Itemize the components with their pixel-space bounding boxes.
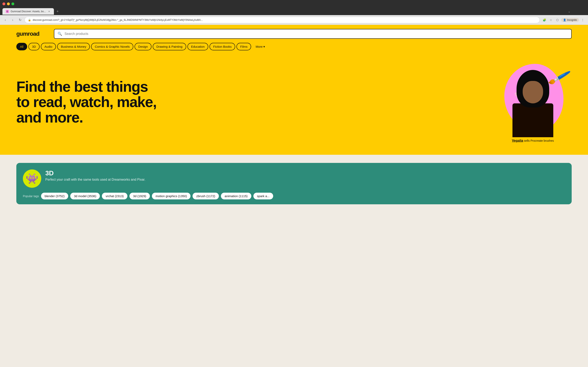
incognito-profile[interactable]: 👤 Incognito xyxy=(561,18,579,22)
tab-menu-button[interactable]: ⌄ xyxy=(567,9,572,14)
mascot-emoji: 👾 xyxy=(26,173,38,184)
search-icon: 🔍 xyxy=(58,32,62,36)
bookmark-button[interactable]: ☆ xyxy=(548,17,554,23)
hero-headline: Find the best things to read, watch, mak… xyxy=(16,79,156,125)
tag-blender[interactable]: blender (3752) xyxy=(41,193,68,200)
search-bar[interactable]: 🔍 xyxy=(54,29,572,39)
hero-section: Find the best things to read, watch, mak… xyxy=(0,54,588,155)
address-bar[interactable]: 🔒 discover.gumroad.com/?_gl=1*c5q47j*_ga… xyxy=(25,17,540,23)
hero-text: Find the best things to read, watch, mak… xyxy=(16,79,156,125)
section-header: 👾 3D Perfect your craft with the same to… xyxy=(23,169,565,188)
tag-zbrush[interactable]: zbrush (1172) xyxy=(192,193,219,200)
category-comics[interactable]: Comics & Graphic Novels xyxy=(91,43,133,50)
section-title: 3D xyxy=(45,169,145,177)
menu-button[interactable]: ⋮ xyxy=(580,17,586,23)
section-title-block: 3D Perfect your craft with the same tool… xyxy=(45,169,145,182)
lock-icon: 🔒 xyxy=(28,18,31,21)
back-button[interactable]: ‹ xyxy=(2,17,8,23)
person-face xyxy=(523,81,543,103)
forward-button[interactable]: › xyxy=(10,17,16,23)
tag-3d-model[interactable]: 3d model (3536) xyxy=(70,193,100,200)
hero-caption: Vegalia sells Procreate brushes xyxy=(512,139,554,142)
category-films[interactable]: Films xyxy=(236,43,251,50)
extensions-button[interactable]: 🧩 xyxy=(541,17,547,23)
section-3d-card: 👾 3D Perfect your craft with the same to… xyxy=(16,163,572,204)
creator-link[interactable]: Vegalia xyxy=(512,139,523,142)
svg-text:gumroad: gumroad xyxy=(16,31,39,37)
account-icon: 👤 xyxy=(563,18,566,21)
category-drawing[interactable]: Drawing & Painting xyxy=(153,43,186,50)
caption-text: sells Procreate brushes xyxy=(523,139,554,142)
close-button[interactable] xyxy=(2,2,5,5)
tag-motion-graphics[interactable]: motion graphics (1350) xyxy=(152,193,190,200)
refresh-button[interactable]: ↻ xyxy=(17,17,23,23)
website-content: gumroad 🔍 All 3D Audio Business & Money … xyxy=(0,25,588,212)
site-header: gumroad 🔍 All 3D Audio Business & Money … xyxy=(0,25,588,54)
person-hair xyxy=(517,70,549,108)
person-body: 🌸 🌼 xyxy=(512,103,553,137)
popular-tags-label: Popular tags xyxy=(23,194,39,198)
tab-close-button[interactable]: ✕ xyxy=(47,10,51,13)
tab-favicon: G xyxy=(6,10,9,13)
active-tab[interactable]: G Gumroad Discover: Assets, bo... ✕ xyxy=(2,8,54,15)
popular-tags-row: Popular tags blender (3752) 3d model (35… xyxy=(23,193,565,200)
headline-line3: and more. xyxy=(16,109,83,125)
new-tab-button[interactable]: + xyxy=(55,8,61,14)
tag-3d[interactable]: 3d (1929) xyxy=(130,193,150,200)
content-section: 👾 3D Perfect your craft with the same to… xyxy=(0,155,588,212)
browser-titlebar xyxy=(0,0,588,8)
site-nav-top: gumroad 🔍 xyxy=(16,29,572,39)
search-input[interactable] xyxy=(65,32,568,36)
gumroad-logo[interactable]: gumroad xyxy=(16,30,49,38)
url-text: discover.gumroad.com/?_gl=1*c5q47j*_ga*N… xyxy=(33,18,203,21)
hero-illustration: 🌸 🌼 🖌️ xyxy=(498,62,568,137)
tab-bar: G Gumroad Discover: Assets, bo... ✕ + ⌄ xyxy=(0,8,588,15)
category-more[interactable]: More ▾ xyxy=(252,43,268,50)
category-nav: All 3D Audio Business & Money Comics & G… xyxy=(16,43,572,54)
headline-line1: Find the best things xyxy=(16,78,148,95)
category-audio[interactable]: Audio xyxy=(41,43,56,50)
incognito-label: Incognito xyxy=(567,18,577,21)
cast-button[interactable]: ⬡ xyxy=(554,17,560,23)
section-subtitle: Perfect your craft with the same tools u… xyxy=(45,178,145,182)
browser-toolbar: ‹ › ↻ 🔒 discover.gumroad.com/?_gl=1*c5q4… xyxy=(0,15,588,25)
browser-chrome: G Gumroad Discover: Assets, bo... ✕ + ⌄ … xyxy=(0,0,588,25)
tag-vrchat[interactable]: vrchat (2313) xyxy=(102,193,127,200)
more-label: More xyxy=(256,45,263,48)
section-mascot: 👾 xyxy=(23,169,41,188)
category-all[interactable]: All xyxy=(16,43,27,50)
chevron-down-icon: ▾ xyxy=(263,45,265,49)
headline-line2: to read, watch, make, xyxy=(16,94,156,110)
category-design[interactable]: Design xyxy=(135,43,151,50)
toolbar-actions: 🧩 ☆ ⬡ 👤 Incognito ⋮ xyxy=(541,17,586,23)
category-3d[interactable]: 3D xyxy=(28,43,40,50)
category-business-money[interactable]: Business & Money xyxy=(57,43,90,50)
maximize-button[interactable] xyxy=(11,2,14,5)
tag-animation[interactable]: animation (1115) xyxy=(221,193,251,200)
category-education[interactable]: Education xyxy=(187,43,208,50)
hero-image-section: 🌸 🌼 🖌️ Vegalia sells Procreate brushes xyxy=(494,62,572,142)
category-fiction[interactable]: Fiction Books xyxy=(209,43,235,50)
tab-title: Gumroad Discover: Assets, bo... xyxy=(11,10,46,13)
minimize-button[interactable] xyxy=(7,2,10,5)
tag-spark[interactable]: spark a... xyxy=(253,193,273,200)
